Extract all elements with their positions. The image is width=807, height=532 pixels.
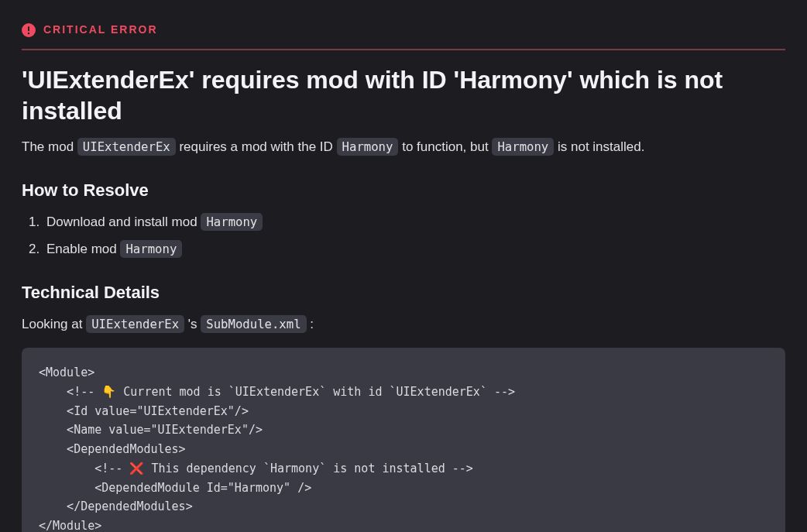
xml-code-block: <Module> <!-- 👇 Current mod is `UIExtend… bbox=[22, 348, 785, 532]
critical-error-label: CRITICAL ERROR bbox=[43, 22, 158, 38]
alert-circle-icon bbox=[22, 23, 36, 37]
technical-intro: Looking at UIExtenderEx 's SubModule.xml… bbox=[22, 314, 785, 335]
dependency-code: Harmony bbox=[492, 138, 554, 156]
tech-text: 's bbox=[184, 317, 201, 331]
tech-text: Looking at bbox=[22, 317, 86, 331]
desc-text: requires a mod with the ID bbox=[176, 139, 337, 154]
resolve-heading: How to Resolve bbox=[22, 177, 785, 203]
desc-text: to function, but bbox=[398, 139, 492, 154]
error-title: 'UIExtenderEx' requires mod with ID 'Har… bbox=[22, 64, 785, 126]
list-item: Download and install mod Harmony bbox=[43, 212, 785, 232]
svg-rect-1 bbox=[28, 26, 29, 31]
technical-heading: Technical Details bbox=[22, 280, 785, 305]
dependency-code: Harmony bbox=[337, 138, 399, 156]
dependency-code: Harmony bbox=[120, 240, 182, 258]
tech-text: : bbox=[307, 317, 314, 331]
desc-text: is not installed. bbox=[554, 139, 644, 154]
mod-name-code: UIExtenderEx bbox=[77, 138, 176, 156]
desc-text: The mod bbox=[22, 139, 77, 154]
error-description: The mod UIExtenderEx requires a mod with… bbox=[22, 137, 785, 157]
resolve-steps: Download and install mod Harmony Enable … bbox=[22, 212, 785, 259]
svg-point-2 bbox=[28, 32, 29, 33]
file-name-code: SubModule.xml bbox=[201, 315, 306, 333]
mod-name-code: UIExtenderEx bbox=[86, 315, 184, 333]
dependency-code: Harmony bbox=[201, 213, 263, 231]
step-text: Enable mod bbox=[46, 242, 120, 256]
list-item: Enable mod Harmony bbox=[43, 239, 785, 259]
critical-error-banner: CRITICAL ERROR bbox=[22, 22, 785, 50]
step-text: Download and install mod bbox=[46, 215, 201, 229]
